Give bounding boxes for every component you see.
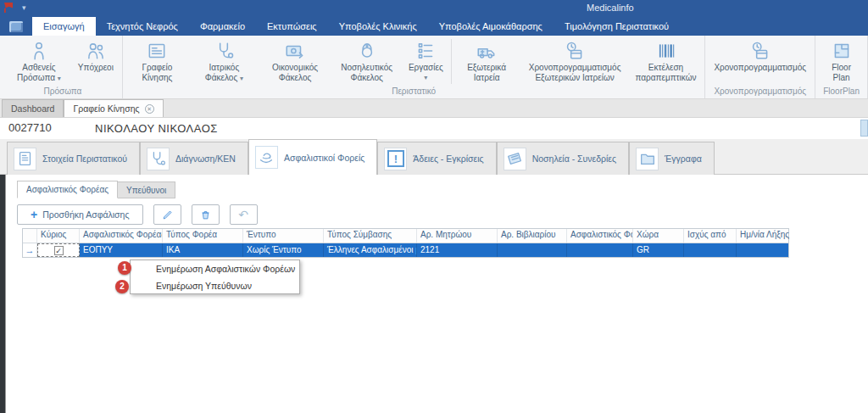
column-header-typos-symvasis[interactable]: Τύπος Σύμβασης [324, 229, 417, 243]
xronoprogrammatismos-exoterikon-button[interactable]: Χρονοπρογραμματισμός Εξωτερικών Ιατρείων [520, 36, 630, 86]
exoterika-iatreia-button[interactable]: Εξωτερικά Ιατρεία [453, 36, 520, 86]
document-lines-icon [14, 148, 36, 170]
table-row[interactable]: → ✓ ΕΟΠΥΥ ΙΚΑ Χωρίς Έντυπο Έλληνες Ασφαλ… [23, 243, 788, 257]
money-icon [284, 40, 306, 62]
menu-item-enimerosi-ypefthynon[interactable]: Ενημέρωση Υπεύθυνων [131, 277, 299, 294]
cell-isxys-apo[interactable] [684, 243, 737, 257]
ribbon-group-label: FloorPlan [818, 86, 865, 98]
kyrios-checkbox[interactable]: ✓ [54, 246, 64, 255]
undo-button[interactable]: ↶ [230, 204, 258, 225]
cell-imnia-liksis[interactable] [737, 243, 790, 257]
cell-ar-vivliariou[interactable] [498, 243, 567, 257]
exclamation-icon: ! [384, 148, 407, 170]
menu-tab-farmakeio[interactable]: Φαρμακείο [189, 17, 256, 36]
grafeio-kinisis-button[interactable]: Γραφείο Κίνησης [125, 36, 189, 86]
title-bar: ▾ Medicalinfo [0, 0, 868, 17]
exoterika-iatreia-label: Εξωτερικά Ιατρεία [459, 63, 515, 82]
column-header-typos-forea[interactable]: Τύπος Φορέα [163, 229, 243, 243]
tab-nosileia-synedries[interactable]: Νοσηλεία - Συνεδρίες [497, 142, 629, 175]
menu-tab-eisagogi[interactable]: Εισαγωγή [32, 17, 96, 36]
tab-grafeio-kinisis-label: Γραφείο Κίνησης [73, 103, 139, 114]
xronoprogrammatismos-button[interactable]: Χρονοπρογραμματισμός [708, 36, 812, 86]
tab-label: Νοσηλεία - Συνεδρίες [532, 153, 616, 164]
ergasies-label: Εργασίες▾ [409, 63, 443, 82]
oikonomikos-fakelos-button[interactable]: Οικονομικός Φάκελος [259, 36, 331, 86]
barcode-icon [655, 40, 677, 62]
grid-header-row: Κύριος Ασφαλιστικός Φορέας Τύπος Φορέα Έ… [23, 229, 788, 243]
file-button[interactable] [0, 17, 32, 36]
menu-tab-ypovoles-aimokatharsis[interactable]: Υποβολές Αιμοκάθαρσης [428, 17, 554, 36]
ribbon-group-label: Χρονοπρογραμματισμός [708, 86, 812, 98]
patient-header: 0027710 ΝΙΚΟΛΑΟΥ ΝΙΚΟΛΑΟΣ [0, 118, 868, 139]
cell-xora[interactable]: GR [633, 243, 684, 257]
cell-ar-mitroou[interactable]: 2121 [417, 243, 498, 257]
iatrikos-fakelos-button[interactable]: Ιατρικός Φάκελος ▾ [189, 36, 259, 86]
close-icon[interactable]: ✕ [145, 104, 154, 114]
column-header-imnia-liksis[interactable]: Ημ/νία Λήξης Βιβ [737, 229, 790, 243]
ergasies-button[interactable]: Εργασίες▾ [403, 36, 449, 86]
xronoprogrammatismos-label: Χρονοπρογραμματισμός [714, 63, 806, 73]
column-header-isxys-apo[interactable]: Ισχύς από [684, 229, 737, 243]
floor-plan-button[interactable]: Floor Plan [818, 36, 865, 86]
schedule-icon [564, 40, 586, 62]
undo-icon: ↶ [238, 209, 248, 220]
column-header-asfalistikos-foreas[interactable]: Ασφαλιστικός Φορέας [80, 229, 163, 243]
row-indicator-arrow-icon: → [23, 243, 37, 257]
tab-eggrafa[interactable]: Έγγραφα [629, 142, 715, 175]
tab-dashboard-label: Dashboard [11, 103, 54, 114]
ektelesi-parapemptikon-label: Εκτέλεση παραπεμπτικών [636, 63, 697, 82]
task-list-icon [415, 40, 437, 62]
app-icon [4, 3, 13, 13]
column-header-xora[interactable]: Χώρα [633, 229, 684, 243]
nosileutikos-fakelos-button[interactable]: Νοσηλευτικός Φάκελος [331, 36, 403, 86]
note-icon [504, 148, 526, 170]
xronoprogrammatismos-exoterikon-label: Χρονοπρογραμματισμός Εξωτερικών Ιατρείων [526, 63, 624, 82]
tab-asfalistikoi-foreis[interactable]: Ασφαλιστικοί Φορείς [248, 139, 377, 175]
menu-item-enimerosi-asfalistikon-foreon[interactable]: Ενημέρωση Ασφαλιστικών Φορέων [131, 260, 299, 277]
floor-plan-icon [831, 40, 853, 62]
quick-access-caret-icon[interactable]: ▾ [22, 3, 26, 12]
menu-tab-texnitos-nefros[interactable]: Τεχνητός Νεφρός [96, 17, 189, 36]
cell-typos-forea[interactable]: ΙΚΑ [163, 243, 243, 257]
subtab-asfalistikos-foreas[interactable]: Ασφαλιστικός Φορέας [17, 181, 118, 198]
ribbon: Ασθενείς Πρόσωπα ▾ Υπόχρεοι Πρόσωπα Γραφ… [0, 36, 868, 99]
tab-dashboard[interactable]: Dashboard [2, 99, 64, 117]
ribbon-group-label: Περιστατικό [125, 86, 703, 98]
add-insurance-button[interactable]: + Προσθήκη Ασφάλισης [17, 204, 143, 225]
ypoxreoi-button[interactable]: Υπόχρεοι [72, 36, 120, 86]
menu-tab-ypovoles-klinikis[interactable]: Υποβολές Κλινικής [328, 17, 428, 36]
column-header-ar-mitroou[interactable]: Αρ. Μητρώου [417, 229, 498, 243]
patients-persons-button[interactable]: Ασθενείς Πρόσωπα ▾ [6, 36, 72, 86]
tab-adeies-egkriseis[interactable]: ! Άδειες - Εγκρίσεις [377, 142, 496, 175]
column-header-ar-vivliariou[interactable]: Αρ. Βιβλιαρίου [498, 229, 567, 243]
column-header-kyrios[interactable]: Κύριος [37, 229, 80, 243]
cell-asfalistikos-foreas[interactable]: ΕΟΠΥΥ [80, 243, 163, 257]
column-header-asfalistikos-foreas-2[interactable]: Ασφαλιστικός Φορέ [567, 229, 633, 243]
cell-entypo[interactable]: Χωρίς Έντυπο [243, 243, 324, 257]
patients-persons-label: Ασθενείς Πρόσωπα ▾ [12, 63, 66, 83]
edge-button[interactable] [860, 120, 868, 137]
cell-typos-symvasis[interactable]: Έλληνες Ασφαλισμένοι με ΑΜΚΑ [324, 243, 417, 257]
ektelesi-parapemptikon-button[interactable]: Εκτέλεση παραπεμπτικών [630, 36, 703, 86]
document-tab-bar: Dashboard Γραφείο Κίνησης ✕ [0, 99, 868, 118]
column-header-indicator[interactable] [23, 229, 37, 243]
subtab-ypefthynoi[interactable]: Υπεύθυνοι [117, 181, 175, 198]
edit-button[interactable] [153, 204, 181, 225]
tab-grafeio-kinisis[interactable]: Γραφείο Κίνησης ✕ [64, 99, 163, 117]
tab-label: Διάγνωση/ΚΕΝ [175, 153, 236, 164]
cell-asfalistikos-foreas-2[interactable] [567, 243, 633, 257]
ypoxreoi-label: Υπόχρεοι [78, 63, 114, 73]
ribbon-group-floorplan: Floor Plan FloorPlan [815, 36, 868, 98]
menu-tab-timologisi[interactable]: Τιμολόγηση Περιστατικού [554, 17, 680, 36]
column-header-entypo[interactable]: Έντυπο [243, 229, 324, 243]
ribbon-group-peristatiko: Γραφείο Κίνησης Ιατρικός Φάκελος ▾ Οικον… [123, 36, 706, 98]
ambulance-icon [476, 40, 498, 62]
plus-icon: + [31, 209, 37, 220]
grid-toolbar: + Προσθήκη Ασφάλισης ↶ [17, 204, 258, 225]
delete-button[interactable] [192, 204, 220, 225]
menu-tab-ektyposeis[interactable]: Εκτυπώσεις [256, 17, 328, 36]
tab-stoixeia-peristatikou[interactable]: Στοιχεία Περιστατικού [7, 142, 140, 175]
tab-diagnosi-ken[interactable]: Διάγνωση/ΚΕΝ [140, 142, 248, 175]
kyrios-cell[interactable]: ✓ [37, 243, 80, 257]
caret-down-icon: ▾ [240, 75, 243, 82]
